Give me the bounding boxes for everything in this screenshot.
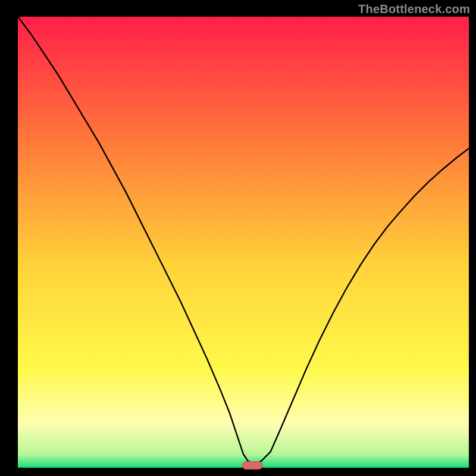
watermark-label: TheBottleneck.com	[358, 2, 470, 16]
optimal-marker	[242, 462, 262, 469]
plot-background	[18, 17, 469, 468]
bottleneck-chart	[0, 0, 476, 476]
chart-stage: TheBottleneck.com	[0, 0, 476, 476]
